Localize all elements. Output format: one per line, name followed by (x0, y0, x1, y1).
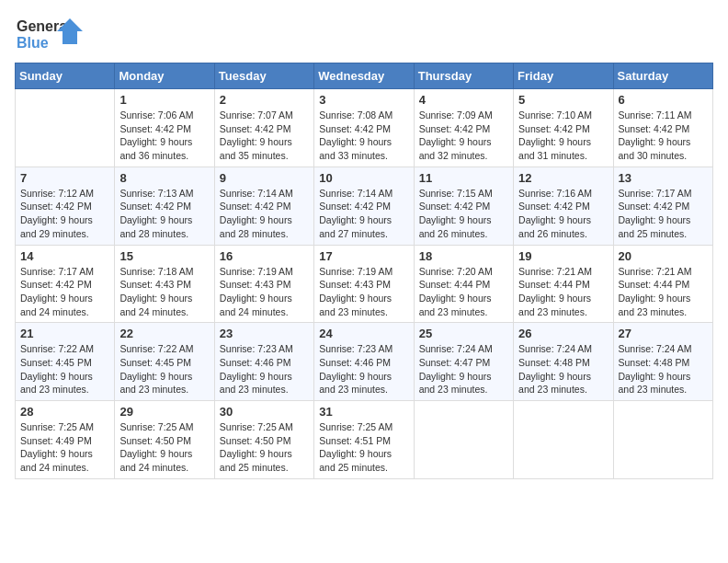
page-header: GeneralBlue (15, 15, 713, 55)
day-info: Sunrise: 7:14 AMSunset: 4:42 PMDaylight:… (220, 187, 309, 241)
day-number: 19 (518, 249, 608, 263)
header-day-sunday: Sunday (16, 63, 115, 89)
calendar-cell: 6Sunrise: 7:11 AMSunset: 4:42 PMDaylight… (613, 89, 712, 167)
day-info: Sunrise: 7:17 AMSunset: 4:42 PMDaylight:… (20, 265, 109, 319)
calendar-cell: 22Sunrise: 7:22 AMSunset: 4:45 PMDayligh… (115, 323, 214, 401)
day-info: Sunrise: 7:25 AMSunset: 4:51 PMDaylight:… (319, 420, 408, 475)
day-info: Sunrise: 7:11 AMSunset: 4:42 PMDaylight:… (619, 109, 708, 163)
day-info: Sunrise: 7:10 AMSunset: 4:42 PMDaylight:… (518, 109, 608, 163)
calendar-week-row: 7Sunrise: 7:12 AMSunset: 4:42 PMDaylight… (16, 167, 713, 245)
calendar-cell: 9Sunrise: 7:14 AMSunset: 4:42 PMDaylight… (214, 167, 313, 245)
calendar-cell: 2Sunrise: 7:07 AMSunset: 4:42 PMDaylight… (214, 89, 313, 167)
calendar-cell (414, 401, 513, 479)
day-number: 12 (518, 171, 608, 185)
day-number: 4 (419, 93, 508, 107)
day-info: Sunrise: 7:22 AMSunset: 4:45 PMDaylight:… (119, 342, 209, 396)
calendar-cell: 4Sunrise: 7:09 AMSunset: 4:42 PMDaylight… (414, 89, 513, 167)
day-info: Sunrise: 7:21 AMSunset: 4:44 PMDaylight:… (518, 265, 608, 319)
header-day-saturday: Saturday (613, 63, 712, 89)
day-info: Sunrise: 7:08 AMSunset: 4:42 PMDaylight:… (319, 109, 408, 163)
calendar-cell: 28Sunrise: 7:25 AMSunset: 4:49 PMDayligh… (16, 401, 115, 479)
calendar-week-row: 21Sunrise: 7:22 AMSunset: 4:45 PMDayligh… (16, 323, 713, 401)
header-day-wednesday: Wednesday (314, 63, 414, 89)
day-info: Sunrise: 7:06 AMSunset: 4:42 PMDaylight:… (119, 109, 209, 163)
calendar-cell: 24Sunrise: 7:23 AMSunset: 4:46 PMDayligh… (314, 323, 414, 401)
calendar-cell: 7Sunrise: 7:12 AMSunset: 4:42 PMDaylight… (16, 167, 115, 245)
day-info: Sunrise: 7:16 AMSunset: 4:42 PMDaylight:… (518, 187, 608, 241)
day-info: Sunrise: 7:24 AMSunset: 4:48 PMDaylight:… (518, 342, 608, 396)
day-number: 2 (220, 93, 309, 107)
day-number: 3 (319, 93, 408, 107)
day-number: 9 (220, 171, 309, 185)
logo-icon: GeneralBlue (15, 15, 88, 55)
calendar-cell (16, 89, 115, 167)
day-number: 16 (220, 249, 309, 263)
day-number: 31 (319, 405, 408, 419)
day-number: 23 (220, 327, 309, 340)
day-number: 21 (20, 327, 109, 340)
day-number: 18 (419, 249, 508, 263)
day-info: Sunrise: 7:12 AMSunset: 4:42 PMDaylight:… (20, 187, 109, 241)
day-info: Sunrise: 7:23 AMSunset: 4:46 PMDaylight:… (220, 342, 309, 396)
calendar-cell: 26Sunrise: 7:24 AMSunset: 4:48 PMDayligh… (514, 323, 613, 401)
day-number: 10 (319, 171, 408, 185)
day-number: 7 (20, 171, 109, 185)
calendar-header-row: SundayMondayTuesdayWednesdayThursdayFrid… (16, 63, 713, 89)
calendar-cell: 1Sunrise: 7:06 AMSunset: 4:42 PMDaylight… (115, 89, 214, 167)
day-number: 30 (220, 405, 309, 419)
calendar-cell: 14Sunrise: 7:17 AMSunset: 4:42 PMDayligh… (16, 245, 115, 323)
day-number: 25 (419, 327, 508, 340)
day-info: Sunrise: 7:07 AMSunset: 4:42 PMDaylight:… (220, 109, 309, 163)
day-number: 17 (319, 249, 408, 263)
header-day-friday: Friday (514, 63, 613, 89)
calendar-table: SundayMondayTuesdayWednesdayThursdayFrid… (15, 63, 713, 479)
day-info: Sunrise: 7:19 AMSunset: 4:43 PMDaylight:… (220, 265, 309, 319)
calendar-cell: 11Sunrise: 7:15 AMSunset: 4:42 PMDayligh… (414, 167, 513, 245)
calendar-cell (514, 401, 613, 479)
calendar-cell: 30Sunrise: 7:25 AMSunset: 4:50 PMDayligh… (214, 401, 313, 479)
day-info: Sunrise: 7:24 AMSunset: 4:48 PMDaylight:… (619, 342, 708, 396)
calendar-cell: 25Sunrise: 7:24 AMSunset: 4:47 PMDayligh… (414, 323, 513, 401)
day-info: Sunrise: 7:25 AMSunset: 4:50 PMDaylight:… (119, 420, 209, 475)
day-number: 6 (619, 93, 708, 107)
day-info: Sunrise: 7:18 AMSunset: 4:43 PMDaylight:… (119, 265, 209, 319)
calendar-cell: 15Sunrise: 7:18 AMSunset: 4:43 PMDayligh… (115, 245, 214, 323)
day-info: Sunrise: 7:22 AMSunset: 4:45 PMDaylight:… (20, 342, 109, 396)
day-number: 28 (20, 405, 109, 419)
day-info: Sunrise: 7:15 AMSunset: 4:42 PMDaylight:… (419, 187, 508, 241)
day-number: 20 (619, 249, 708, 263)
calendar-cell: 23Sunrise: 7:23 AMSunset: 4:46 PMDayligh… (214, 323, 313, 401)
day-number: 1 (119, 93, 209, 107)
calendar-cell: 3Sunrise: 7:08 AMSunset: 4:42 PMDaylight… (314, 89, 414, 167)
day-number: 14 (20, 249, 109, 263)
day-info: Sunrise: 7:23 AMSunset: 4:46 PMDaylight:… (319, 342, 408, 396)
calendar-cell: 20Sunrise: 7:21 AMSunset: 4:44 PMDayligh… (613, 245, 712, 323)
logo: GeneralBlue (15, 15, 88, 55)
calendar-cell: 27Sunrise: 7:24 AMSunset: 4:48 PMDayligh… (613, 323, 712, 401)
day-number: 15 (119, 249, 209, 263)
calendar-cell: 5Sunrise: 7:10 AMSunset: 4:42 PMDaylight… (514, 89, 613, 167)
calendar-week-row: 1Sunrise: 7:06 AMSunset: 4:42 PMDaylight… (16, 89, 713, 167)
day-number: 27 (619, 327, 708, 340)
calendar-week-row: 28Sunrise: 7:25 AMSunset: 4:49 PMDayligh… (16, 401, 713, 479)
calendar-cell: 31Sunrise: 7:25 AMSunset: 4:51 PMDayligh… (314, 401, 414, 479)
svg-text:Blue: Blue (17, 35, 49, 51)
calendar-cell: 17Sunrise: 7:19 AMSunset: 4:43 PMDayligh… (314, 245, 414, 323)
day-info: Sunrise: 7:13 AMSunset: 4:42 PMDaylight:… (119, 187, 209, 241)
day-info: Sunrise: 7:17 AMSunset: 4:42 PMDaylight:… (619, 187, 708, 241)
calendar-week-row: 14Sunrise: 7:17 AMSunset: 4:42 PMDayligh… (16, 245, 713, 323)
day-number: 11 (419, 171, 508, 185)
day-info: Sunrise: 7:25 AMSunset: 4:50 PMDaylight:… (220, 420, 309, 475)
day-number: 24 (319, 327, 408, 340)
day-info: Sunrise: 7:24 AMSunset: 4:47 PMDaylight:… (419, 342, 508, 396)
header-day-tuesday: Tuesday (214, 63, 313, 89)
calendar-cell: 21Sunrise: 7:22 AMSunset: 4:45 PMDayligh… (16, 323, 115, 401)
day-info: Sunrise: 7:19 AMSunset: 4:43 PMDaylight:… (319, 265, 408, 319)
day-number: 29 (119, 405, 209, 419)
calendar-cell: 12Sunrise: 7:16 AMSunset: 4:42 PMDayligh… (514, 167, 613, 245)
day-info: Sunrise: 7:21 AMSunset: 4:44 PMDaylight:… (619, 265, 708, 319)
calendar-cell: 19Sunrise: 7:21 AMSunset: 4:44 PMDayligh… (514, 245, 613, 323)
day-number: 5 (518, 93, 608, 107)
day-number: 8 (119, 171, 209, 185)
calendar-cell: 8Sunrise: 7:13 AMSunset: 4:42 PMDaylight… (115, 167, 214, 245)
